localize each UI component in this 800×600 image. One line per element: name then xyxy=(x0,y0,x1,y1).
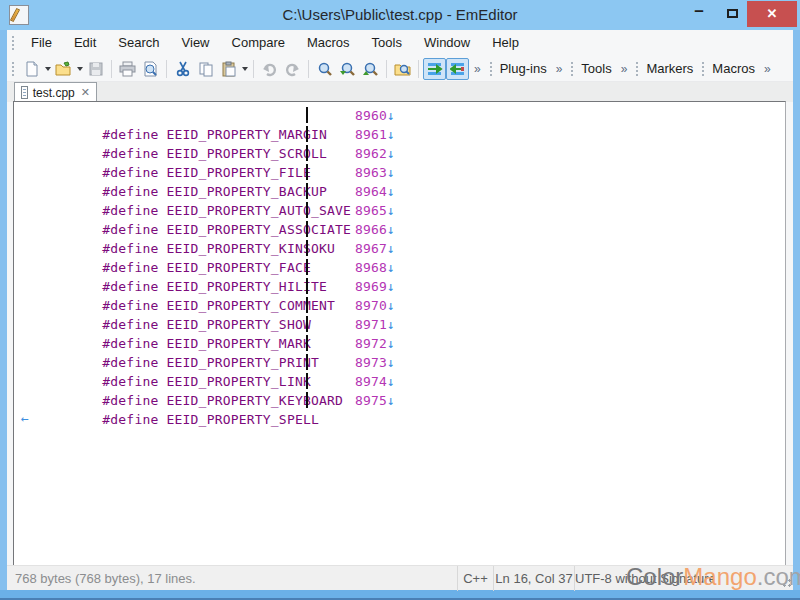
new-document-dropdown[interactable] xyxy=(43,58,52,80)
window-border-right xyxy=(793,30,800,590)
wrap-by-window-button[interactable] xyxy=(423,58,446,80)
toolbar-group-plugins[interactable]: Plug-ins xyxy=(498,61,551,76)
define-value: 8964 xyxy=(355,184,387,199)
markers-toolbar-grip[interactable] xyxy=(635,61,639,77)
redo-icon xyxy=(284,61,301,77)
search-next-icon xyxy=(339,61,356,77)
encoding-status[interactable]: UTF-8 without Signature xyxy=(574,566,713,591)
tab-mark xyxy=(306,202,308,218)
toolbar-group-macros[interactable]: Macros xyxy=(710,61,759,76)
menu-item[interactable]: View xyxy=(171,30,221,56)
toolbar-grip[interactable] xyxy=(11,61,15,77)
menu-item[interactable]: Search xyxy=(107,30,170,56)
tools-toolbar-grip[interactable] xyxy=(570,61,574,77)
tab-mark xyxy=(306,373,308,389)
editor-area[interactable]: #define EEID_PROPERTY_MARGIN 8960↓ #defi… xyxy=(13,101,786,566)
find-previous-button[interactable] xyxy=(359,58,382,80)
find-button[interactable] xyxy=(313,58,336,80)
undo-button[interactable] xyxy=(258,58,281,80)
redo-button[interactable] xyxy=(281,58,304,80)
code-line[interactable]: #define EEID_PROPERTY_SPELL 8975↓ xyxy=(22,391,785,410)
code-line[interactable]: #define EEID_PROPERTY_BACKUP 8963↓ xyxy=(22,163,785,182)
cut-button[interactable] xyxy=(171,58,194,80)
code-line[interactable]: #define EEID_PROPERTY_SHOW 8970↓ xyxy=(22,296,785,315)
code-line[interactable]: #define EEID_PROPERTY_SCROLL 8961↓ xyxy=(22,125,785,144)
clipboard-icon xyxy=(221,61,237,77)
tab-close-icon[interactable]: ✕ xyxy=(81,86,90,99)
syntax-status[interactable]: C++ xyxy=(457,566,493,591)
newline-mark-icon: ↓ xyxy=(387,317,395,332)
tab-test-cpp[interactable]: test.cpp ✕ xyxy=(14,82,97,102)
menu-item[interactable]: File xyxy=(20,30,63,56)
printer-icon xyxy=(119,61,136,77)
macros-toolbar-grip[interactable] xyxy=(701,61,705,77)
paste-dropdown[interactable] xyxy=(240,58,249,80)
open-dropdown[interactable] xyxy=(75,58,84,80)
newline-mark-icon: ↓ xyxy=(387,298,395,313)
open-button[interactable] xyxy=(52,58,75,80)
menu-item[interactable]: Tools xyxy=(361,30,413,56)
window-border-left xyxy=(0,30,7,590)
toolbar-separator xyxy=(253,60,254,78)
code-line[interactable]: #define EEID_PROPERTY_KINSOKU 8966↓ xyxy=(22,220,785,239)
wrap-indicator-button[interactable] xyxy=(446,58,469,80)
code-line[interactable]: #define EEID_PROPERTY_PRINT 8972↓ xyxy=(22,334,785,353)
code-line[interactable]: #define EEID_PROPERTY_FILE 8962↓ xyxy=(22,144,785,163)
toolbar-overflow-chevron[interactable]: » xyxy=(469,62,485,76)
code-line[interactable]: #define EEID_PROPERTY_HILITE 8968↓ xyxy=(22,258,785,277)
macros-chevron[interactable]: » xyxy=(759,62,775,76)
save-button[interactable] xyxy=(84,58,107,80)
newline-mark-icon: ↓ xyxy=(387,222,395,237)
code-line[interactable]: #define EEID_PROPERTY_MARGIN 8960↓ xyxy=(22,106,785,125)
define-value: 8973 xyxy=(355,355,387,370)
find-in-files-button[interactable] xyxy=(391,58,414,80)
plugins-toolbar-grip[interactable] xyxy=(489,61,493,77)
new-document-button[interactable] xyxy=(20,58,43,80)
tools-chevron[interactable]: » xyxy=(616,62,632,76)
paste-button[interactable] xyxy=(217,58,240,80)
tab-mark xyxy=(306,221,308,237)
code-line[interactable]: #define EEID_PROPERTY_ASSOCIATE 8965↓ xyxy=(22,201,785,220)
menu-item[interactable]: Edit xyxy=(63,30,107,56)
define-value: 8963 xyxy=(355,165,387,180)
copy-button[interactable] xyxy=(194,58,217,80)
code-line[interactable]: #define EEID_PROPERTY_COMMENT 8969↓ xyxy=(22,277,785,296)
close-button[interactable]: ✕ xyxy=(747,1,797,27)
toolbar-group-tools[interactable]: Tools xyxy=(579,61,615,76)
toolbar-separator xyxy=(418,60,419,78)
code-line[interactable]: #define EEID_PROPERTY_FACE 8967↓ xyxy=(22,239,785,258)
menu-item[interactable]: Window xyxy=(413,30,481,56)
resize-grip[interactable] xyxy=(779,575,792,588)
tab-mark xyxy=(306,316,308,332)
code-line[interactable]: #define EEID_PROPERTY_MARK 8971↓ xyxy=(22,315,785,334)
find-next-button[interactable] xyxy=(336,58,359,80)
code-line[interactable]: #define EEID_PROPERTY_KEYBOARD 8974↓ xyxy=(22,372,785,391)
tab-mark xyxy=(306,107,308,123)
define-value: 8971 xyxy=(355,317,387,332)
print-preview-button[interactable] xyxy=(139,58,162,80)
file-size-status: 768 bytes (768 bytes), 17 lines. xyxy=(15,566,196,591)
define-value: 8975 xyxy=(355,393,387,408)
newline-mark-icon: ↓ xyxy=(387,184,395,199)
print-button[interactable] xyxy=(116,58,139,80)
tab-mark xyxy=(306,240,308,256)
plugins-chevron[interactable]: » xyxy=(551,62,567,76)
newline-mark-icon: ↓ xyxy=(387,241,395,256)
eof-mark-icon: ← xyxy=(21,410,29,429)
code-line[interactable]: #define EEID_PROPERTY_AUTO_SAVE 8964↓ xyxy=(22,182,785,201)
search-previous-icon xyxy=(362,61,379,77)
newline-mark-icon: ↓ xyxy=(387,203,395,218)
menu-item[interactable]: Macros xyxy=(296,30,361,56)
minimize-button[interactable]: – xyxy=(684,0,714,28)
cursor-position-status[interactable]: Ln 16, Col 37 xyxy=(493,566,574,591)
menubar-grip[interactable] xyxy=(11,35,15,51)
menu-bar: FileEditSearchViewCompareMacrosToolsWind… xyxy=(7,30,793,56)
toolbar-group-markers[interactable]: Markers xyxy=(644,61,697,76)
tab-label: test.cpp xyxy=(33,86,75,100)
menu-item[interactable]: Help xyxy=(481,30,530,56)
code-line[interactable]: #define EEID_PROPERTY_LINK 8973↓ xyxy=(22,353,785,372)
menu-item[interactable]: Compare xyxy=(221,30,296,56)
maximize-button[interactable] xyxy=(718,0,748,28)
newline-mark-icon: ↓ xyxy=(387,127,395,142)
titlebar[interactable]: C:\Users\Public\test.cpp - EmEditor – ✕ xyxy=(0,0,800,30)
